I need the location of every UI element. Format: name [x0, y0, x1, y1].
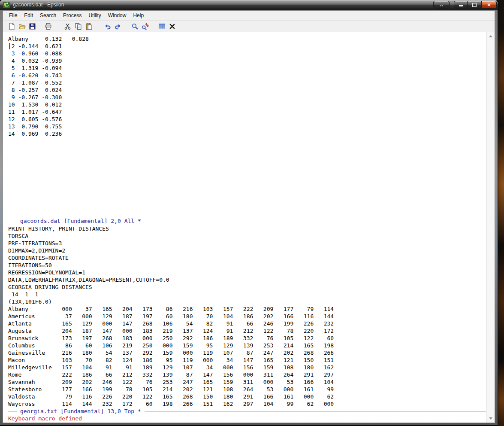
buffer-line: 14 1 1 [8, 291, 495, 298]
buffer-georgia[interactable]: PRINT HISTORY, PRINT DISTANCESTORSCAPRE-… [8, 225, 495, 408]
buffer-line: 6 -0.620 0.743 [8, 72, 495, 79]
desktop: gacoords.dat - Epsilon ↔ ✕ FileEditSearc… [0, 0, 504, 426]
text-editor-area[interactable]: Albany 0.132 0.828 2 -0.144 0.621 3 -0.9… [3, 32, 495, 423]
window-title: gacoords.dat - Epsilon [13, 2, 64, 8]
buffer-line: 12 0.605 -0.576 [8, 116, 495, 123]
buffer-line: Brunswick 173 197 268 183 000 250 292 18… [8, 335, 495, 342]
buffer-line: REGRESSION=POLYNOMIAL=1 [8, 269, 495, 276]
modeline-gacoords: gacoords.dat [Fundamental] 2,0 All * [8, 217, 486, 225]
modeline-georgia: georgia.txt [Fundamental] 13,0 Top * [8, 408, 486, 415]
modeline-dash [8, 221, 17, 221]
buffer-line: Columbus 86 60 106 219 250 000 159 95 12… [8, 342, 495, 349]
open-file-icon[interactable] [18, 23, 26, 30]
buffer-line: ITERATIONS=50 [8, 262, 495, 269]
buffer-line: 4 0.032 -0.939 [8, 57, 495, 64]
scrollbar-down-arrow[interactable] [487, 415, 495, 422]
modeline-text: gacoords.dat [Fundamental] 2,0 All * [20, 217, 141, 225]
grid-dialog-icon[interactable] [158, 23, 166, 30]
minimize-button[interactable] [454, 1, 468, 9]
menu-item-help[interactable]: Help [130, 11, 147, 20]
copy-icon[interactable] [75, 23, 82, 30]
find-icon[interactable] [131, 23, 139, 30]
save-icon[interactable] [29, 23, 36, 30]
buffer-line: 13 0.790 0.755 [8, 123, 495, 130]
buffer-line: 14 0.969 0.236 [8, 130, 495, 137]
modeline-dash [8, 411, 17, 411]
buffer-line: 10 -1.530 -0.012 [8, 101, 495, 108]
buffer-line: DIMMAX=2,DIMMIN=2 [8, 247, 495, 254]
redo-icon[interactable] [115, 23, 122, 30]
minimize-icon [459, 5, 463, 6]
menu-item-search[interactable]: Search [36, 11, 60, 20]
modeline-rule [145, 221, 486, 221]
buffer-line: Waycross 114 144 232 172 60 198 266 151 … [8, 400, 495, 408]
buffer-line: 7 -1.087 -0.552 [8, 79, 495, 86]
print-icon[interactable] [45, 23, 52, 30]
up-triangle-icon [489, 35, 492, 37]
menu-item-file[interactable]: File [6, 11, 21, 20]
buffer-line: Albany 000 37 165 204 173 86 216 103 157… [8, 305, 495, 313]
text-caret [9, 43, 10, 49]
buffer-line: Americus 37 000 129 187 197 60 180 70 10… [8, 313, 495, 320]
buffer-line: Gainesville 216 180 54 137 292 159 000 1… [8, 349, 495, 356]
maximize-button[interactable] [468, 1, 481, 9]
buffer-line: Atlanta 165 129 000 147 268 106 54 82 91… [8, 320, 495, 327]
buffer-line: 3 -0.960 -0.088 [8, 50, 495, 57]
resize-width-button[interactable]: ↔ [433, 1, 450, 9]
buffer-line: DATA,LOWERHALFMATRIX,DIAGONAL=PRESENT,CU… [8, 276, 495, 283]
buffer-line: Albany 0.132 0.828 [8, 35, 495, 43]
maximize-icon [472, 3, 477, 7]
buffer-line: Macon 103 70 82 124 186 95 119 000 34 14… [8, 356, 495, 364]
buffer-line: Milledgeville 157 104 91 91 189 129 107 … [8, 364, 495, 371]
buffer-line: 11 1.017 -0.647 [8, 108, 495, 116]
cut-icon[interactable] [64, 23, 71, 30]
paste-icon[interactable] [85, 23, 93, 30]
buffer-line: 2 -0.144 0.621 [8, 43, 495, 50]
buffer-line: GEORGIA DRIVING DISTANCES [8, 283, 495, 291]
buffer-line: 9 -0.267 -0.300 [8, 94, 495, 101]
buffer-line: PRINT HISTORY, PRINT DISTANCES [8, 225, 495, 232]
vertical-scrollbar[interactable] [486, 32, 495, 423]
toolbar [3, 21, 495, 32]
menu-item-edit[interactable]: Edit [21, 11, 36, 20]
menu-bar: FileEditSearchProcessUtilityWindowHelp [3, 11, 495, 21]
app-body: FileEditSearchProcessUtilityWindowHelp [3, 10, 495, 423]
buffer-gacoords[interactable]: Albany 0.132 0.828 2 -0.144 0.621 3 -0.9… [8, 35, 495, 137]
buffer-line: 8 -0.257 0.024 [8, 86, 495, 94]
buffer-line: 5 1.319 -0.094 [8, 64, 495, 72]
buffer-line: Rome 222 186 66 212 332 139 87 147 156 0… [8, 371, 495, 378]
buffer-line: (13X,101F6.0) [8, 298, 495, 305]
buffer-line: Savannah 209 202 246 122 76 253 247 165 … [8, 378, 495, 386]
find-replace-icon[interactable] [142, 23, 149, 30]
menu-item-process[interactable]: Process [60, 11, 85, 20]
undo-icon[interactable] [104, 23, 111, 30]
down-triangle-icon [489, 417, 492, 420]
delete-x-icon[interactable] [169, 23, 176, 30]
buffer-line: COORDINATES=ROTATE [8, 254, 495, 262]
buffer-line: PRE-ITERATIONS=3 [8, 240, 495, 247]
buffer-line: TORSCA [8, 232, 495, 240]
buffer-line: Statesboro 177 166 199 78 105 214 202 12… [8, 386, 495, 393]
epsilon-app-icon [3, 2, 10, 9]
menu-item-window[interactable]: Window [105, 11, 130, 20]
new-file-icon[interactable] [8, 23, 15, 30]
epsilon-window: gacoords.dat - Epsilon ↔ ✕ FileEditSearc… [0, 0, 498, 425]
echo-area-message: Keyboard macro defined [8, 415, 82, 422]
modeline-text: georgia.txt [Fundamental] 13,0 Top * [20, 408, 141, 415]
modeline-rule [145, 411, 486, 411]
menu-item-utility[interactable]: Utility [85, 11, 104, 20]
close-button[interactable]: ✕ [481, 1, 497, 9]
buffer-line: Valdosta 79 116 226 220 122 165 268 150 … [8, 393, 495, 400]
buffer-line: Augusta 204 187 147 000 183 219 137 124 … [8, 327, 495, 335]
titlebar[interactable]: gacoords.dat - Epsilon ↔ ✕ [0, 0, 498, 10]
scrollbar-up-arrow[interactable] [487, 33, 495, 40]
